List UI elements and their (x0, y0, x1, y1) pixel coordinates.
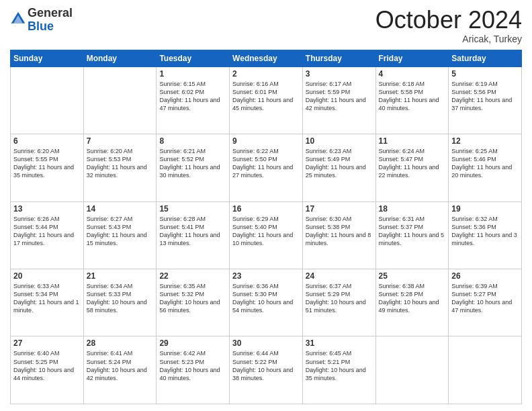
title-block: October 2024 Aricak, Turkey (375, 7, 522, 44)
day-cell: 13Sunrise: 6:26 AM Sunset: 5:44 PM Dayli… (11, 201, 84, 269)
day-cell: 8Sunrise: 6:21 AM Sunset: 5:52 PM Daylig… (157, 134, 230, 201)
day-number: 10 (306, 136, 373, 146)
day-cell: 12Sunrise: 6:25 AM Sunset: 5:46 PM Dayli… (449, 134, 522, 201)
calendar-header-row: SundayMondayTuesdayWednesdayThursdayFrid… (11, 50, 522, 66)
day-cell (449, 336, 522, 404)
day-info: Sunrise: 6:20 AM Sunset: 5:55 PM Dayligh… (13, 147, 81, 180)
day-number: 28 (87, 338, 154, 348)
day-number: 30 (232, 338, 300, 348)
day-info: Sunrise: 6:33 AM Sunset: 5:34 PM Dayligh… (13, 282, 81, 315)
day-info: Sunrise: 6:45 AM Sunset: 5:21 PM Dayligh… (306, 349, 373, 382)
day-cell: 27Sunrise: 6:40 AM Sunset: 5:25 PM Dayli… (11, 336, 84, 404)
day-number: 22 (159, 271, 226, 281)
day-cell: 2Sunrise: 6:16 AM Sunset: 6:01 PM Daylig… (230, 66, 303, 134)
day-cell: 26Sunrise: 6:39 AM Sunset: 5:27 PM Dayli… (449, 269, 522, 336)
day-cell: 10Sunrise: 6:23 AM Sunset: 5:49 PM Dayli… (302, 134, 375, 201)
day-cell: 1Sunrise: 6:15 AM Sunset: 6:02 PM Daylig… (157, 66, 230, 134)
col-header-monday: Monday (83, 50, 157, 66)
day-info: Sunrise: 6:15 AM Sunset: 6:02 PM Dayligh… (159, 80, 226, 113)
logo-general: General (28, 6, 73, 19)
col-header-sunday: Sunday (11, 50, 84, 66)
day-number: 11 (379, 136, 446, 146)
day-number: 8 (159, 136, 226, 146)
day-cell: 23Sunrise: 6:36 AM Sunset: 5:30 PM Dayli… (230, 269, 303, 336)
day-info: Sunrise: 6:20 AM Sunset: 5:53 PM Dayligh… (87, 147, 154, 180)
day-info: Sunrise: 6:22 AM Sunset: 5:50 PM Dayligh… (232, 147, 300, 180)
week-row-1: 1Sunrise: 6:15 AM Sunset: 6:02 PM Daylig… (11, 66, 522, 134)
day-cell: 16Sunrise: 6:29 AM Sunset: 5:40 PM Dayli… (230, 201, 303, 269)
week-row-3: 13Sunrise: 6:26 AM Sunset: 5:44 PM Dayli… (11, 201, 522, 269)
logo-blue: Blue (28, 19, 54, 33)
day-info: Sunrise: 6:19 AM Sunset: 5:56 PM Dayligh… (451, 80, 519, 113)
day-cell: 19Sunrise: 6:32 AM Sunset: 5:36 PM Dayli… (449, 201, 522, 269)
day-number: 17 (306, 204, 373, 214)
day-info: Sunrise: 6:39 AM Sunset: 5:27 PM Dayligh… (451, 282, 519, 315)
day-number: 20 (13, 271, 81, 281)
day-number: 2 (232, 69, 300, 79)
day-number: 24 (306, 271, 373, 281)
day-info: Sunrise: 6:24 AM Sunset: 5:47 PM Dayligh… (379, 147, 446, 180)
day-cell (375, 336, 449, 404)
day-cell: 20Sunrise: 6:33 AM Sunset: 5:34 PM Dayli… (11, 269, 84, 336)
day-cell: 29Sunrise: 6:42 AM Sunset: 5:23 PM Dayli… (157, 336, 230, 404)
day-cell: 15Sunrise: 6:28 AM Sunset: 5:41 PM Dayli… (157, 201, 230, 269)
day-info: Sunrise: 6:26 AM Sunset: 5:44 PM Dayligh… (13, 215, 81, 248)
day-number: 21 (87, 271, 154, 281)
day-number: 12 (451, 136, 519, 146)
col-header-wednesday: Wednesday (230, 50, 303, 66)
day-number: 3 (306, 69, 373, 79)
logo: General Blue (10, 7, 73, 34)
week-row-5: 27Sunrise: 6:40 AM Sunset: 5:25 PM Dayli… (11, 336, 522, 404)
day-info: Sunrise: 6:29 AM Sunset: 5:40 PM Dayligh… (232, 215, 300, 248)
day-number: 23 (232, 271, 300, 281)
day-number: 19 (451, 204, 519, 214)
day-number: 25 (379, 271, 446, 281)
month-title: October 2024 (375, 7, 522, 34)
col-header-saturday: Saturday (449, 50, 522, 66)
day-info: Sunrise: 6:21 AM Sunset: 5:52 PM Dayligh… (159, 147, 226, 180)
week-row-2: 6Sunrise: 6:20 AM Sunset: 5:55 PM Daylig… (11, 134, 522, 201)
day-info: Sunrise: 6:40 AM Sunset: 5:25 PM Dayligh… (13, 349, 81, 382)
day-cell: 18Sunrise: 6:31 AM Sunset: 5:37 PM Dayli… (375, 201, 449, 269)
header: General Blue October 2024 Aricak, Turkey (10, 7, 522, 44)
day-info: Sunrise: 6:23 AM Sunset: 5:49 PM Dayligh… (306, 147, 373, 180)
day-cell: 25Sunrise: 6:38 AM Sunset: 5:28 PM Dayli… (375, 269, 449, 336)
day-cell: 3Sunrise: 6:17 AM Sunset: 5:59 PM Daylig… (302, 66, 375, 134)
day-cell: 24Sunrise: 6:37 AM Sunset: 5:29 PM Dayli… (302, 269, 375, 336)
day-number: 6 (13, 136, 81, 146)
day-info: Sunrise: 6:42 AM Sunset: 5:23 PM Dayligh… (159, 349, 226, 382)
day-cell: 5Sunrise: 6:19 AM Sunset: 5:56 PM Daylig… (449, 66, 522, 134)
col-header-thursday: Thursday (302, 50, 375, 66)
day-info: Sunrise: 6:34 AM Sunset: 5:33 PM Dayligh… (87, 282, 154, 315)
day-cell: 7Sunrise: 6:20 AM Sunset: 5:53 PM Daylig… (83, 134, 157, 201)
day-cell: 17Sunrise: 6:30 AM Sunset: 5:38 PM Dayli… (302, 201, 375, 269)
day-cell (83, 66, 157, 134)
day-number: 18 (379, 204, 446, 214)
day-cell: 22Sunrise: 6:35 AM Sunset: 5:32 PM Dayli… (157, 269, 230, 336)
day-number: 7 (87, 136, 154, 146)
day-cell: 4Sunrise: 6:18 AM Sunset: 5:58 PM Daylig… (375, 66, 449, 134)
day-number: 16 (232, 204, 300, 214)
day-number: 9 (232, 136, 300, 146)
day-info: Sunrise: 6:18 AM Sunset: 5:58 PM Dayligh… (379, 80, 446, 113)
logo-text: General Blue (28, 7, 73, 34)
day-number: 15 (159, 204, 226, 214)
day-number: 26 (451, 271, 519, 281)
day-cell: 14Sunrise: 6:27 AM Sunset: 5:43 PM Dayli… (83, 201, 157, 269)
day-number: 14 (87, 204, 154, 214)
day-info: Sunrise: 6:38 AM Sunset: 5:28 PM Dayligh… (379, 282, 446, 315)
location: Aricak, Turkey (375, 34, 522, 44)
day-info: Sunrise: 6:31 AM Sunset: 5:37 PM Dayligh… (379, 215, 446, 248)
day-info: Sunrise: 6:16 AM Sunset: 6:01 PM Dayligh… (232, 80, 300, 113)
day-info: Sunrise: 6:44 AM Sunset: 5:22 PM Dayligh… (232, 349, 300, 382)
day-cell: 28Sunrise: 6:41 AM Sunset: 5:24 PM Dayli… (83, 336, 157, 404)
day-cell: 31Sunrise: 6:45 AM Sunset: 5:21 PM Dayli… (302, 336, 375, 404)
day-cell: 6Sunrise: 6:20 AM Sunset: 5:55 PM Daylig… (11, 134, 84, 201)
day-info: Sunrise: 6:30 AM Sunset: 5:38 PM Dayligh… (306, 215, 373, 248)
day-number: 13 (13, 204, 81, 214)
day-cell: 11Sunrise: 6:24 AM Sunset: 5:47 PM Dayli… (375, 134, 449, 201)
day-info: Sunrise: 6:25 AM Sunset: 5:46 PM Dayligh… (451, 147, 519, 180)
page: General Blue October 2024 Aricak, Turkey… (0, 0, 532, 411)
day-number: 5 (451, 69, 519, 79)
day-cell: 30Sunrise: 6:44 AM Sunset: 5:22 PM Dayli… (230, 336, 303, 404)
